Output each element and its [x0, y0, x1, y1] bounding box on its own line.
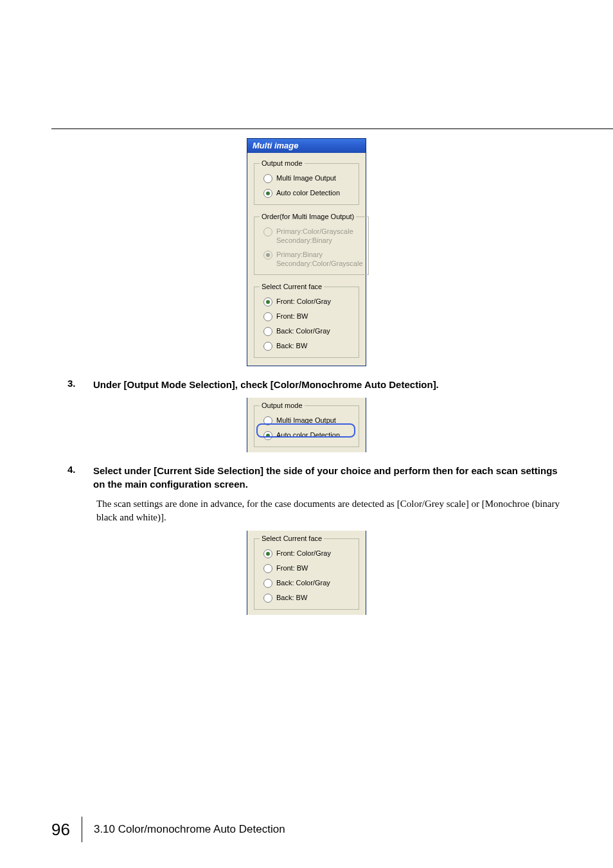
current-face-snippet: Select Current face Front: Color/Gray Fr…: [247, 531, 366, 615]
radio-icon: [263, 594, 272, 603]
radio-icon: [263, 189, 272, 198]
radio-front-bw[interactable]: Front: BW: [260, 562, 353, 574]
radio-front-color[interactable]: Front: Color/Gray: [260, 296, 353, 308]
radio-label: Primary:Binary Secondary:Color/Grayscale: [276, 250, 363, 268]
radio-order-opt2: Primary:Binary Secondary:Color/Grayscale: [260, 249, 363, 269]
radio-label: Back: BW: [276, 341, 307, 350]
current-face-group-snippet: Select Current face Front: Color/Gray Fr…: [254, 535, 359, 610]
radio-auto-color-detection[interactable]: Auto color Detection: [260, 187, 353, 199]
radio-order-opt1: Primary:Color/Grayscale Secondary:Binary: [260, 226, 363, 246]
step-number: 4.: [67, 464, 80, 475]
multi-image-dialog: Multi image Output mode Multi Image Outp…: [247, 138, 366, 366]
radio-label: Auto color Detection: [276, 188, 340, 197]
order-group: Order(for Multi Image Output) Primary:Co…: [254, 213, 369, 275]
order-legend: Order(for Multi Image Output): [260, 213, 356, 220]
radio-front-color[interactable]: Front: Color/Gray: [260, 547, 353, 560]
radio-back-color[interactable]: Back: Color/Gray: [260, 325, 353, 337]
current-face-legend: Select Current face: [260, 535, 324, 542]
page-footer: 96 3.10 Color/monochrome Auto Detection: [51, 817, 562, 842]
step-text: Under [Output Mode Selection], check [Co…: [93, 378, 562, 391]
output-mode-legend: Output mode: [260, 402, 305, 409]
output-mode-snippet: Output mode Multi Image Output Auto colo…: [247, 398, 366, 452]
current-face-legend: Select Current face: [260, 283, 324, 290]
step-text: Select under [Current Side Selection] th…: [93, 464, 562, 491]
current-face-group: Select Current face Front: Color/Gray Fr…: [254, 283, 359, 358]
radio-icon: [263, 564, 272, 573]
radio-icon: [263, 312, 272, 321]
radio-icon: [263, 416, 272, 425]
radio-label: Multi Image Output: [276, 173, 336, 182]
step-4: 4. Select under [Current Side Selection]…: [67, 464, 562, 491]
radio-label: Auto color Detection: [276, 430, 340, 439]
radio-label: Front: Color/Gray: [276, 297, 331, 306]
radio-auto-color-detection[interactable]: Auto color Detection: [260, 429, 353, 441]
radio-icon: [263, 327, 272, 336]
radio-icon: [263, 297, 272, 306]
radio-icon: [263, 251, 272, 260]
dialog-title: Multi image: [247, 139, 366, 153]
output-mode-legend: Output mode: [260, 159, 305, 167]
radio-back-bw[interactable]: Back: BW: [260, 340, 353, 352]
radio-label: Front: BW: [276, 312, 308, 321]
radio-back-bw[interactable]: Back: BW: [260, 592, 353, 604]
radio-label: Back: Color/Gray: [276, 326, 330, 335]
output-mode-group-snippet: Output mode Multi Image Output Auto colo…: [254, 402, 359, 447]
radio-multi-image-output[interactable]: Multi Image Output: [260, 414, 353, 427]
footer-section-title: 3.10 Color/monochrome Auto Detection: [94, 823, 285, 836]
radio-back-color[interactable]: Back: Color/Gray: [260, 577, 353, 589]
output-mode-group: Output mode Multi Image Output Auto colo…: [254, 159, 359, 205]
page-number: 96: [51, 820, 70, 840]
footer-divider: [82, 817, 82, 842]
radio-label: Front: Color/Gray: [276, 549, 331, 558]
radio-label: Front: BW: [276, 563, 308, 572]
radio-label: Back: BW: [276, 593, 307, 602]
radio-icon: [263, 227, 272, 236]
step-number: 3.: [67, 378, 80, 389]
radio-multi-image-output[interactable]: Multi Image Output: [260, 172, 353, 184]
radio-label: Multi Image Output: [276, 416, 336, 425]
radio-icon: [263, 431, 272, 440]
header-rule: [51, 128, 613, 129]
radio-label: Back: Color/Gray: [276, 578, 330, 587]
radio-icon: [263, 174, 272, 183]
step-3: 3. Under [Output Mode Selection], check …: [67, 378, 562, 391]
radio-icon: [263, 549, 272, 558]
radio-icon: [263, 342, 272, 351]
radio-front-bw[interactable]: Front: BW: [260, 310, 353, 323]
radio-label: Primary:Color/Grayscale Secondary:Binary: [276, 227, 353, 245]
radio-icon: [263, 579, 272, 588]
body-paragraph: The scan settings are done in advance, f…: [96, 497, 562, 524]
